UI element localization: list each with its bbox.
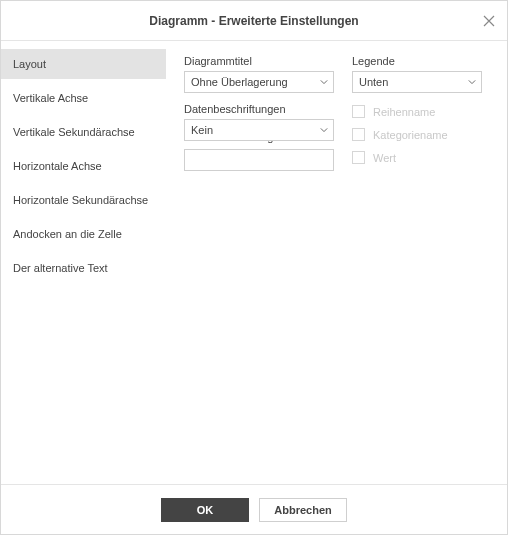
chevron-down-icon	[320, 126, 328, 134]
button-label: OK	[197, 504, 214, 516]
row-title-legend: Diagrammtitel Ohne Überlagerung Legende …	[184, 55, 489, 93]
data-labels-value: Kein	[191, 124, 213, 136]
tab-label: Vertikale Sekundärachse	[13, 126, 135, 138]
separator-input[interactable]	[184, 149, 334, 171]
tab-alt-text[interactable]: Der alternative Text	[1, 253, 166, 283]
dialog-footer: OK Abbrechen	[1, 484, 507, 534]
tab-layout[interactable]: Layout	[1, 49, 166, 79]
button-label: Abbrechen	[274, 504, 331, 516]
chart-title-label: Diagrammtitel	[184, 55, 334, 67]
titlebar: Diagramm - Erweiterte Einstellungen	[1, 1, 507, 41]
ok-button[interactable]: OK	[161, 498, 249, 522]
tab-label: Andocken an die Zelle	[13, 228, 122, 240]
tab-cell-snapping[interactable]: Andocken an die Zelle	[1, 219, 166, 249]
dialog-body: Layout Vertikale Achse Vertikale Sekundä…	[1, 41, 507, 484]
tab-label: Vertikale Achse	[13, 92, 88, 104]
field-legend: Legende Unten	[352, 55, 482, 93]
tab-vertical-axis[interactable]: Vertikale Achse	[1, 83, 166, 113]
data-labels-label: Datenbeschriftungen	[184, 103, 334, 115]
chart-title-value: Ohne Überlagerung	[191, 76, 288, 88]
tab-horizontal-secondary-axis[interactable]: Horizontale Sekundärachse	[1, 185, 166, 215]
tab-label: Horizontale Achse	[13, 160, 102, 172]
tab-horizontal-axis[interactable]: Horizontale Achse	[1, 151, 166, 181]
cancel-button[interactable]: Abbrechen	[259, 498, 347, 522]
close-icon	[483, 15, 495, 27]
legend-label: Legende	[352, 55, 482, 67]
legend-select[interactable]: Unten	[352, 71, 482, 93]
layout-panel: Diagrammtitel Ohne Überlagerung Legende …	[166, 41, 507, 484]
tab-vertical-secondary-axis[interactable]: Vertikale Sekundärachse	[1, 117, 166, 147]
chevron-down-icon	[320, 78, 328, 86]
legend-value: Unten	[359, 76, 388, 88]
chevron-down-icon	[468, 78, 476, 86]
sidebar: Layout Vertikale Achse Vertikale Sekundä…	[1, 41, 166, 484]
data-labels-select[interactable]: Kein	[184, 119, 334, 141]
dialog-title: Diagramm - Erweiterte Einstellungen	[149, 14, 358, 28]
advanced-settings-dialog: Diagramm - Erweiterte Einstellungen Layo…	[0, 0, 508, 535]
tab-label: Layout	[13, 58, 46, 70]
close-button[interactable]	[481, 13, 497, 29]
field-chart-title: Diagrammtitel Ohne Überlagerung	[184, 55, 334, 93]
tab-label: Der alternative Text	[13, 262, 108, 274]
chart-title-select[interactable]: Ohne Überlagerung	[184, 71, 334, 93]
tab-label: Horizontale Sekundärachse	[13, 194, 148, 206]
